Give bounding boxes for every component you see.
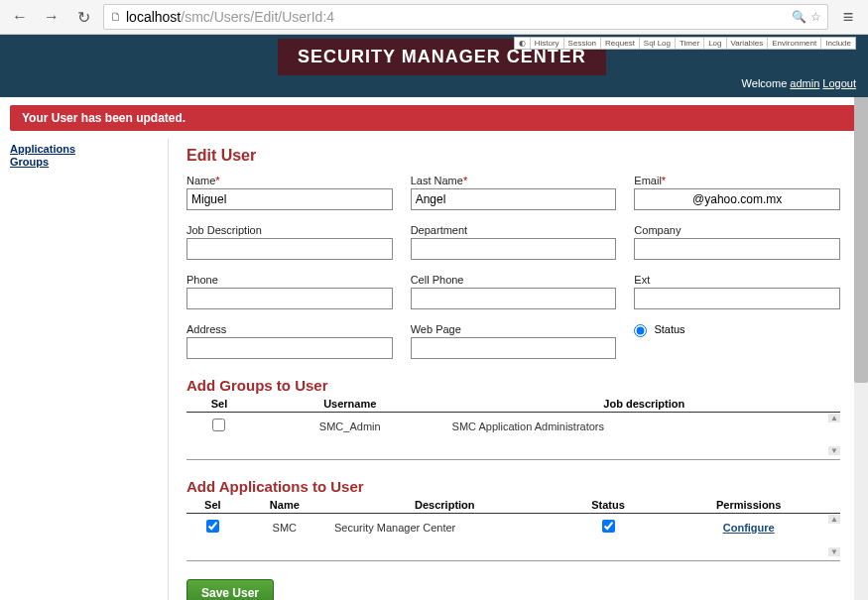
url-text: localhost/smc/Users/Edit/UserId:4	[126, 9, 792, 25]
star-icon[interactable]: ☆	[810, 10, 821, 24]
ext-input[interactable]	[634, 288, 840, 309]
groups-header-row: Sel Username Job description	[186, 396, 840, 413]
user-line: Welcome admin Logout	[0, 75, 868, 91]
page-scrollbar[interactable]	[854, 35, 868, 600]
company-label: Company	[634, 224, 840, 236]
company-input[interactable]	[634, 238, 840, 260]
hamburger-icon[interactable]: ≡	[836, 7, 860, 28]
save-button[interactable]: Save User	[186, 579, 274, 600]
name-input[interactable]	[186, 188, 393, 210]
user-link[interactable]: admin	[790, 77, 819, 89]
page-title: Edit User	[186, 147, 840, 165]
page-icon: 🗋	[110, 10, 122, 24]
group-sel-checkbox[interactable]	[212, 419, 225, 431]
department-label: Department	[411, 224, 617, 236]
groups-table-wrap: Sel Username Job description SMC_Admin S…	[186, 396, 840, 460]
status-label: Status	[654, 323, 684, 335]
back-button[interactable]: ←	[8, 5, 32, 29]
apps-table: Sel Name Description Status Permissions …	[186, 497, 840, 540]
groups-title: Add Groups to User	[186, 377, 840, 394]
apps-scroll-down-icon[interactable]: ▼	[828, 547, 840, 556]
lastname-input[interactable]	[411, 188, 617, 210]
webpage-label: Web Page	[411, 323, 617, 335]
groups-table: Sel Username Job description SMC_Admin S…	[186, 396, 840, 439]
app-header: ◐ History Session Request Sql Log Timer …	[0, 35, 868, 97]
apps-scroll-up-icon[interactable]: ▲	[828, 515, 840, 524]
groups-scroll-down-icon[interactable]: ▼	[828, 446, 840, 455]
browser-chrome: ← → ↻ 🗋 localhost/smc/Users/Edit/UserId:…	[0, 0, 868, 35]
lastname-label: Last Name*	[411, 175, 617, 186]
phone-label: Phone	[186, 274, 393, 286]
webpage-input[interactable]	[411, 337, 617, 359]
sidebar-groups[interactable]: Groups	[10, 156, 168, 168]
debug-toolbar[interactable]: ◐ History Session Request Sql Log Timer …	[514, 37, 856, 50]
email-input[interactable]	[634, 188, 840, 210]
table-row: SMC_Admin SMC Application Administrators	[186, 413, 840, 440]
address-input[interactable]	[186, 337, 393, 359]
department-input[interactable]	[411, 238, 617, 260]
groups-scroll-up-icon[interactable]: ▲	[828, 414, 840, 422]
logout-link[interactable]: Logout	[822, 77, 856, 89]
sidebar-applications[interactable]: Applications	[10, 143, 168, 155]
jobdesc-input[interactable]	[186, 238, 393, 260]
phone-input[interactable]	[186, 288, 393, 309]
cellphone-label: Cell Phone	[411, 274, 617, 286]
apps-header-row: Sel Name Description Status Permissions	[186, 497, 840, 514]
app-status-checkbox[interactable]	[602, 520, 615, 533]
name-label: Name*	[186, 175, 393, 186]
email-label: Email*	[634, 175, 840, 186]
flash-message: Your User has been updated.	[10, 105, 858, 131]
apps-table-wrap: Sel Name Description Status Permissions …	[186, 497, 840, 561]
configure-link[interactable]: Configure	[723, 522, 775, 534]
url-bar[interactable]: 🗋 localhost/smc/Users/Edit/UserId:4 🔍 ☆	[103, 4, 828, 30]
table-row: SMC Security Manager Center Configure	[186, 514, 840, 541]
ext-label: Ext	[634, 274, 840, 286]
jobdesc-label: Job Description	[186, 224, 393, 236]
app-sel-checkbox[interactable]	[206, 520, 219, 533]
zoom-icon[interactable]: 🔍	[792, 10, 806, 24]
apps-title: Add Applications to User	[186, 478, 840, 495]
address-label: Address	[186, 323, 393, 335]
cellphone-input[interactable]	[411, 288, 617, 309]
debug-icon[interactable]: ◐	[515, 38, 531, 49]
reload-button[interactable]: ↻	[71, 5, 95, 29]
status-radio[interactable]	[634, 324, 647, 337]
sidebar: Applications Groups	[10, 139, 169, 600]
main-content: Edit User Name* Last Name* Email* Job De…	[169, 139, 858, 600]
forward-button[interactable]: →	[40, 5, 63, 29]
